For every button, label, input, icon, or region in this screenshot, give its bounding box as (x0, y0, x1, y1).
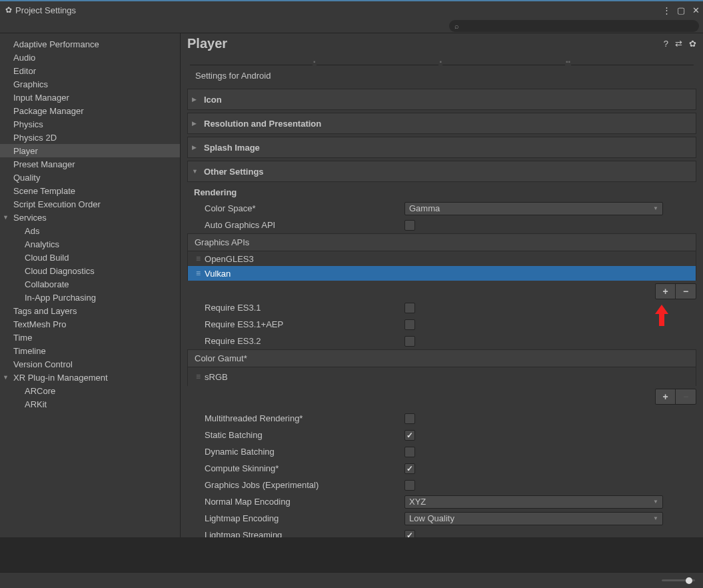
sidebar-item-quality[interactable]: Quality (0, 171, 180, 184)
sidebar-item-scene-template[interactable]: Scene Template (0, 184, 180, 197)
gamut-list-item[interactable]: ≡sRGB (187, 367, 696, 386)
sidebar-item-timeline[interactable]: Timeline (0, 344, 180, 357)
static-batching-checkbox[interactable] (404, 430, 415, 441)
sidebar-item-physics-2d[interactable]: Physics 2D (0, 131, 180, 144)
req-es32-checkbox[interactable] (404, 336, 415, 347)
sidebar-item-in-app-purchasing[interactable]: In-App Purchasing (0, 291, 180, 304)
settings-icon[interactable]: ✿ (689, 39, 696, 49)
req-es31aep-checkbox[interactable] (404, 319, 415, 330)
sidebar-item-editor[interactable]: Editor (0, 64, 180, 77)
api-list-item[interactable]: ≡Vulkan (187, 266, 696, 281)
api-list-item[interactable]: ≡OpenGLES3 (187, 251, 696, 266)
section-splash[interactable]: ▶ Splash Image (187, 137, 696, 158)
sidebar-item-label: Timeline (13, 346, 46, 356)
gear-icon: ✿ (5, 5, 12, 15)
sidebar-item-version-control[interactable]: Version Control (0, 357, 180, 371)
preset-icon[interactable]: ⇄ (675, 39, 682, 49)
sidebar-item-label: Graphics (13, 79, 48, 89)
multithreaded-checkbox[interactable] (404, 413, 415, 424)
page-title: Player (187, 36, 227, 51)
color-space-label: Color Space* (205, 203, 404, 213)
sidebar-item-cloud-build[interactable]: Cloud Build (0, 251, 180, 264)
section-other[interactable]: ▼ Other Settings (187, 161, 696, 182)
sidebar-item-ads[interactable]: Ads (0, 224, 180, 237)
title-bar: ✿ Project Settings ⋮ ▢ ✕ (0, 0, 703, 19)
lightmap-stream-label: Lightmap Streaming (205, 530, 404, 537)
graphics-apis-header: Graphics APIs (187, 233, 696, 251)
sidebar-item-adaptive-performance[interactable]: Adaptive Performance (0, 37, 180, 51)
sidebar: Adaptive PerformanceAudioEditorGraphicsI… (0, 33, 181, 537)
auto-graphics-checkbox[interactable] (404, 220, 415, 231)
sidebar-item-analytics[interactable]: Analytics (0, 237, 180, 251)
gamut-label: sRGB (205, 372, 228, 382)
sidebar-item-graphics[interactable]: Graphics (0, 77, 180, 91)
sidebar-item-label: Package Manager (13, 106, 84, 116)
chevron-down-icon: ▼ (3, 374, 13, 381)
dynamic-batching-label: Dynamic Batching (205, 447, 404, 457)
rendering-heading: Rendering (187, 185, 696, 200)
sidebar-item-label: Tags and Layers (13, 306, 77, 316)
static-batching-label: Static Batching (205, 430, 404, 440)
sidebar-item-label: Player (13, 146, 38, 156)
zoom-strip (0, 572, 703, 588)
sidebar-item-label: Script Execution Order (13, 199, 101, 209)
sidebar-item-package-manager[interactable]: Package Manager (0, 104, 180, 117)
sidebar-item-player[interactable]: Player (0, 144, 180, 157)
section-resolution[interactable]: ▶ Resolution and Presentation (187, 113, 696, 134)
sidebar-item-tags-and-layers[interactable]: Tags and Layers (0, 304, 180, 317)
sidebar-item-collaborate[interactable]: Collaborate (0, 277, 180, 291)
sidebar-item-label: Quality (13, 173, 40, 183)
compute-skinning-label: Compute Skinning* (205, 463, 404, 473)
close-icon[interactable]: ✕ (691, 5, 700, 15)
sidebar-item-input-manager[interactable]: Input Manager (0, 91, 180, 104)
color-gamut-header: Color Gamut* (187, 349, 696, 367)
search-input[interactable]: ⌕ (449, 20, 699, 32)
drag-handle-icon[interactable]: ≡ (196, 254, 199, 263)
req-es31-checkbox[interactable] (404, 303, 415, 313)
add-api-button[interactable]: + (656, 284, 676, 299)
graphics-jobs-checkbox[interactable] (404, 480, 415, 491)
sidebar-item-physics[interactable]: Physics (0, 117, 180, 131)
menu-icon[interactable]: ⋮ (662, 5, 671, 15)
section-icon[interactable]: ▶ Icon (187, 89, 696, 110)
sidebar-item-label: Time (13, 333, 32, 343)
lightmap-enc-dropdown[interactable]: Low Quality ▼ (404, 512, 663, 525)
sidebar-item-label: XR Plug-in Management (13, 373, 108, 383)
sidebar-item-textmesh-pro[interactable]: TextMesh Pro (0, 317, 180, 331)
dynamic-batching-checkbox[interactable] (404, 447, 415, 457)
sidebar-item-preset-manager[interactable]: Preset Manager (0, 157, 180, 171)
sidebar-item-arcore[interactable]: ARCore (0, 384, 180, 397)
normal-map-dropdown[interactable]: XYZ ▼ (404, 495, 663, 509)
color-space-dropdown[interactable]: Gamma ▼ (404, 202, 663, 215)
sidebar-item-label: Editor (13, 66, 36, 76)
compute-skinning-checkbox[interactable] (404, 463, 415, 474)
sidebar-item-audio[interactable]: Audio (0, 51, 180, 64)
sidebar-item-label: Preset Manager (13, 159, 75, 169)
chevron-down-icon: ▼ (192, 168, 204, 175)
zoom-slider[interactable] (662, 579, 695, 581)
chevron-right-icon: ▶ (192, 144, 204, 151)
remove-gamut-button: − (676, 389, 696, 404)
lightmap-enc-label: Lightmap Encoding (205, 513, 404, 523)
sidebar-item-xr-plug-in-management[interactable]: ▼XR Plug-in Management (0, 371, 180, 384)
zoom-thumb[interactable] (686, 577, 692, 584)
sidebar-item-cloud-diagnostics[interactable]: Cloud Diagnostics (0, 264, 180, 277)
add-gamut-button[interactable]: + (656, 389, 676, 404)
drag-handle-icon[interactable]: ≡ (196, 372, 199, 381)
auto-graphics-label: Auto Graphics API (205, 220, 404, 230)
normal-map-label: Normal Map Encoding (205, 497, 404, 507)
lightmap-stream-checkbox[interactable] (404, 530, 415, 538)
help-icon[interactable]: ? (664, 39, 668, 49)
maximize-icon[interactable]: ▢ (676, 5, 686, 15)
search-row: ⌕ (0, 19, 703, 33)
sidebar-item-arkit[interactable]: ARKit (0, 397, 180, 411)
sidebar-item-label: Version Control (13, 359, 73, 369)
sidebar-item-script-execution-order[interactable]: Script Execution Order (0, 197, 180, 211)
chevron-down-icon: ▼ (653, 499, 658, 505)
chevron-down-icon: ▼ (3, 214, 13, 221)
remove-api-button[interactable]: − (676, 284, 696, 299)
sidebar-item-services[interactable]: ▼Services (0, 211, 180, 224)
sidebar-item-time[interactable]: Time (0, 331, 180, 344)
drag-handle-icon[interactable]: ≡ (196, 269, 199, 278)
search-icon: ⌕ (454, 22, 459, 30)
